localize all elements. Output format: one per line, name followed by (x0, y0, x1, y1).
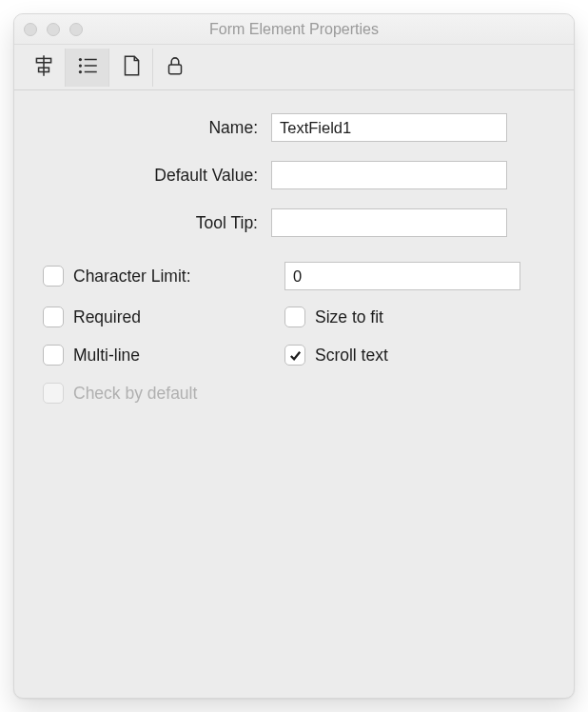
align-tab[interactable] (22, 49, 66, 87)
name-field[interactable] (271, 113, 507, 142)
window-title: Form Element Properties (14, 21, 574, 38)
svg-point-7 (78, 69, 81, 72)
titlebar: Form Element Properties (14, 14, 574, 45)
character-limit-checkbox[interactable] (43, 266, 64, 287)
page-tab[interactable] (109, 49, 153, 87)
svg-point-5 (78, 64, 81, 67)
form-content: Name: Default Value: Tool Tip: Character… (14, 90, 574, 698)
name-label: Name: (43, 118, 271, 138)
align-icon (31, 53, 56, 82)
page-icon (119, 53, 144, 82)
toolbar (14, 45, 574, 90)
window-controls (24, 23, 83, 36)
scroll-text-checkbox[interactable] (284, 345, 305, 366)
check-by-default-label: Check by default (73, 384, 197, 404)
check-by-default-checkbox (43, 383, 64, 404)
character-limit-label: Character Limit: (73, 267, 191, 287)
svg-rect-9 (169, 64, 182, 73)
checkmark-icon (288, 348, 303, 363)
list-icon (75, 53, 100, 82)
size-to-fit-label: Size to fit (315, 307, 383, 327)
tool-tip-field[interactable] (271, 208, 507, 237)
properties-window: Form Element Properties (13, 13, 575, 699)
tool-tip-label: Tool Tip: (43, 213, 271, 233)
default-value-field[interactable] (271, 161, 507, 189)
character-limit-field[interactable] (284, 262, 520, 290)
minimize-icon[interactable] (47, 23, 60, 36)
default-value-label: Default Value: (43, 166, 271, 186)
multi-line-checkbox[interactable] (43, 345, 64, 366)
properties-tab[interactable] (66, 49, 109, 87)
lock-tab[interactable] (153, 49, 197, 87)
required-label: Required (73, 307, 141, 327)
svg-point-3 (78, 57, 81, 60)
multi-line-label: Multi-line (73, 346, 140, 366)
required-checkbox[interactable] (43, 307, 64, 327)
size-to-fit-checkbox[interactable] (284, 307, 305, 327)
zoom-icon[interactable] (69, 23, 83, 36)
lock-icon (163, 53, 187, 82)
scroll-text-label: Scroll text (315, 346, 388, 366)
close-icon[interactable] (24, 23, 37, 36)
